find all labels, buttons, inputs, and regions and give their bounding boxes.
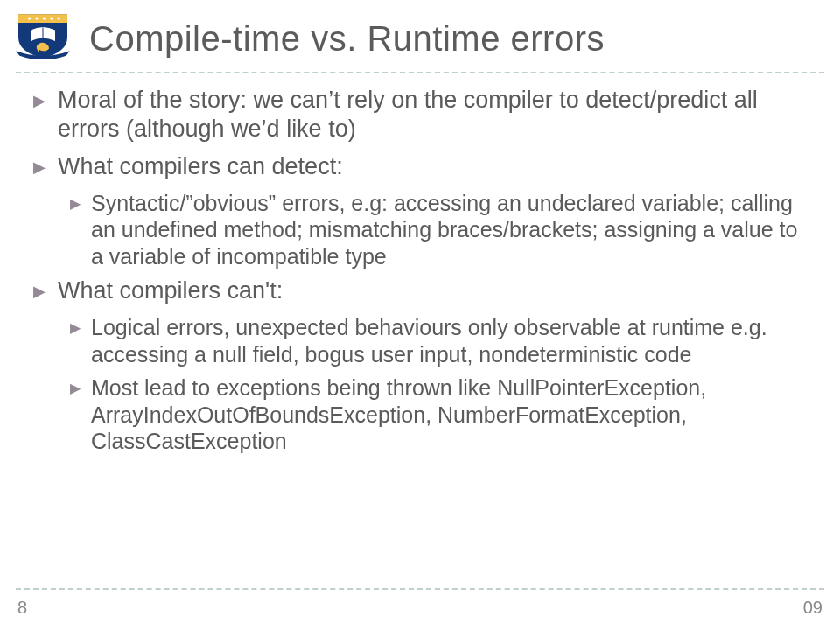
svg-point-4	[50, 18, 52, 20]
svg-point-2	[35, 18, 38, 20]
slide-number-left: 8	[18, 598, 27, 618]
bullet-level-1: ▶ Moral of the story: we can’t rely on t…	[33, 86, 812, 144]
university-crest	[12, 10, 74, 60]
bullet-marker-icon: ▶	[33, 86, 46, 144]
slide-number-right: 09	[803, 598, 822, 618]
bullet-text: Syntactic/”obvious” errors, e.g: accessi…	[91, 190, 812, 270]
divider-bottom	[16, 588, 824, 590]
bullet-marker-icon: ▶	[70, 374, 80, 455]
svg-point-3	[43, 18, 46, 20]
bullet-text: What compilers can't:	[58, 276, 812, 305]
bullet-marker-icon: ▶	[70, 314, 80, 368]
bullet-level-2: ▶ Logical errors, unexpected behaviours …	[70, 314, 812, 368]
bullet-level-1: ▶ What compilers can't:	[33, 276, 812, 305]
bullet-text: Moral of the story: we can’t rely on the…	[58, 86, 812, 144]
bullet-marker-icon: ▶	[33, 152, 46, 181]
bullet-marker-icon: ▶	[33, 276, 46, 305]
divider-top	[16, 72, 824, 74]
bullet-level-2: ▶ Most lead to exceptions being thrown l…	[70, 374, 812, 455]
bullet-text: Most lead to exceptions being thrown lik…	[91, 374, 812, 455]
bullet-text: Logical errors, unexpected behaviours on…	[91, 314, 812, 368]
svg-point-1	[28, 18, 31, 20]
bullet-text: What compilers can detect:	[58, 152, 812, 181]
svg-point-5	[58, 18, 60, 20]
bullet-level-2: ▶ Syntactic/”obvious” errors, e.g: acces…	[70, 190, 812, 270]
slide-title: Compile-time vs. Runtime errors	[89, 19, 814, 59]
bullet-level-1: ▶ What compilers can detect:	[33, 152, 812, 181]
slide-body: ▶ Moral of the story: we can’t rely on t…	[33, 84, 812, 462]
bullet-marker-icon: ▶	[70, 190, 80, 270]
